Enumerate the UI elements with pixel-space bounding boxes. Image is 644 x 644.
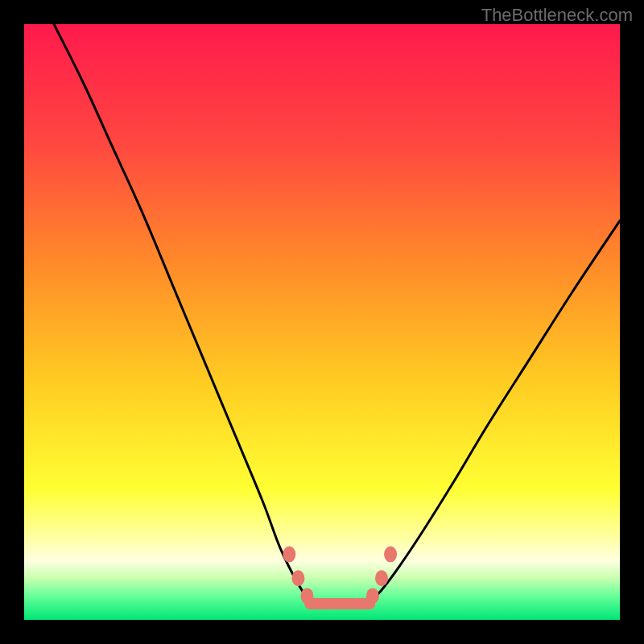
left-marker-1 xyxy=(291,570,304,586)
curves-svg xyxy=(24,24,620,620)
watermark-text: TheBottleneck.com xyxy=(481,5,633,26)
series-left-curve xyxy=(54,24,310,602)
right-marker-2 xyxy=(384,547,397,563)
right-marker-1 xyxy=(375,570,388,586)
plot-area xyxy=(24,24,620,620)
series-right-curve xyxy=(369,221,620,602)
valley-floor-marker xyxy=(304,598,375,609)
chart-frame: TheBottleneck.com xyxy=(0,0,644,644)
left-marker-2 xyxy=(301,588,314,604)
right-marker-0 xyxy=(366,588,379,604)
left-marker-0 xyxy=(283,547,295,563)
